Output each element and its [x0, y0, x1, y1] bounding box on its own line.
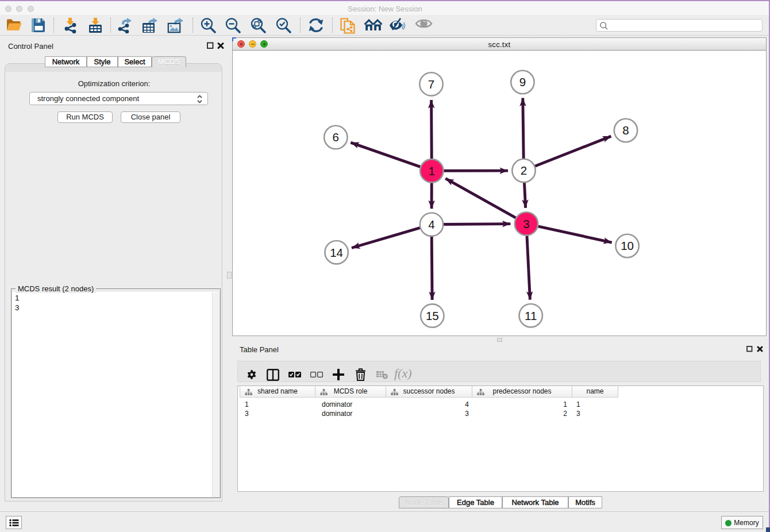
svg-text:3: 3 [523, 217, 529, 230]
svg-text:10: 10 [621, 239, 634, 252]
svg-text:15: 15 [426, 309, 439, 322]
svg-text:1: 1 [429, 164, 435, 178]
svg-text:2: 2 [521, 164, 527, 177]
svg-text:4: 4 [428, 218, 434, 231]
svg-text:8: 8 [622, 124, 629, 137]
svg-text:7: 7 [428, 78, 434, 91]
svg-text:11: 11 [525, 309, 537, 322]
svg-text:9: 9 [519, 75, 526, 88]
svg-text:14: 14 [330, 246, 343, 259]
svg-text:6: 6 [333, 130, 339, 144]
